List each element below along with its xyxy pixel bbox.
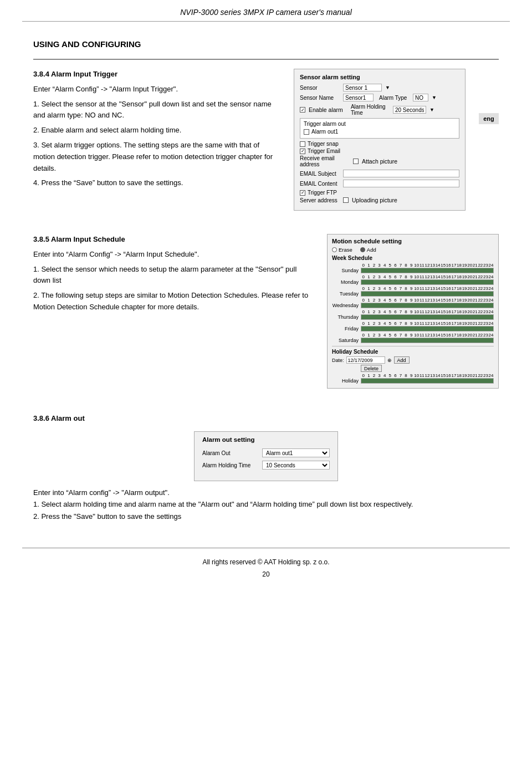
sensor-name-input[interactable]	[343, 94, 374, 101]
schedule-panel: Motion schedule setting Erase Add Week S…	[327, 234, 499, 389]
email-subject-input[interactable]	[343, 170, 459, 177]
schedule-setting-label: schedule setting	[354, 238, 402, 244]
alarm-out-select[interactable]: Alarm out1	[262, 448, 330, 457]
hour-numbers-2: 0 1 2 3 4 5 6 7 8 9 10 11 12 13 14 15 16	[361, 274, 494, 279]
bottom-text: Enter into “Alarm config” -> "Alarm outp…	[33, 487, 499, 522]
sensor-input[interactable]	[343, 84, 382, 91]
section-384-step0: Enter “Alarm Config” -> "Alarm Input Tri…	[33, 84, 280, 95]
trigger-email-label: Trigger Email	[308, 148, 340, 154]
uploading-picture-label: Uploading picture	[352, 197, 397, 203]
bottom-line1: Enter into “Alarm config” -> "Alarm outp…	[33, 487, 499, 498]
attach-picture-label: Attach picture	[362, 158, 397, 165]
sunday-bar[interactable]	[361, 268, 494, 273]
enable-alarm-label: Enable alarm	[309, 106, 343, 113]
holiday-bar[interactable]	[361, 378, 494, 384]
thursday-bar[interactable]	[361, 314, 494, 320]
server-address-label: Server address	[300, 197, 340, 203]
add-label: Add	[367, 247, 376, 253]
sensor-alarm-panel-title: Sensor alarm setting	[300, 74, 459, 80]
email-content-input[interactable]	[343, 180, 459, 187]
email-subject-row: EMAIL Subject	[300, 170, 459, 177]
holding-time-label: Alarm Holding Time	[202, 462, 258, 468]
enable-alarm-row: Enable alarm Alarm Holding Time ▼	[300, 104, 459, 116]
erase-label: Erase	[339, 247, 352, 253]
holiday-hour-numbers: 0123456789101112131415161718192021222324	[361, 373, 494, 378]
alarm-holding-label: Alarm Holding Time	[351, 104, 390, 116]
date-spinner[interactable]: ⊕	[387, 358, 392, 363]
day-sunday: Sunday	[332, 268, 494, 273]
uploading-picture-checkbox[interactable]	[343, 197, 349, 203]
saturday-bar[interactable]	[361, 338, 494, 343]
trigger-alarm-out-title: Trigger alarm out	[304, 121, 456, 127]
alarmout-panel-center: Alarm out setting Alaram Out Alarm out1 …	[33, 431, 499, 481]
receive-email-label: Receive email address	[300, 155, 350, 167]
page-number: 20	[0, 570, 532, 584]
thursday-label: Thursday	[332, 314, 361, 320]
monday-label: Monday	[332, 279, 361, 285]
holiday-date-row: Date: ⊕ Add	[332, 356, 494, 364]
schedule-panel-col: Motion schedule setting Erase Add Week S…	[327, 234, 499, 389]
add-radio[interactable]	[360, 247, 365, 252]
section-386-title: 3.8.6 Alarm out	[33, 414, 85, 422]
section-384-step4: 4. Press the “Save” button to save the s…	[33, 177, 280, 189]
hour-numbers-4: 0123456789101112131415161718192021222324	[361, 298, 494, 303]
erase-option[interactable]: Erase	[332, 247, 352, 253]
hour-numbers-3: 0123456789101112131415161718192021222324	[361, 286, 494, 291]
enable-alarm-checkbox[interactable]	[300, 107, 305, 113]
friday-bar[interactable]	[361, 326, 494, 331]
alarm-holding-input[interactable]	[393, 106, 426, 114]
section-divider	[33, 59, 499, 60]
wednesday-bar[interactable]	[361, 303, 494, 308]
week-schedule-title: Week Schedule	[332, 255, 494, 261]
main-section-title: USING AND CONFIGURING	[33, 39, 499, 49]
sensor-label: Sensor	[300, 85, 340, 91]
day-wednesday: Wednesday	[332, 303, 494, 308]
trigger-email-checkbox[interactable]	[300, 149, 305, 154]
tuesday-bar[interactable]	[361, 291, 494, 297]
date-input[interactable]	[346, 356, 385, 364]
email-content-row: EMAIL Content	[300, 180, 459, 187]
delete-holiday-button[interactable]: Delete	[361, 365, 382, 372]
section-384-step1: 1. Select the sensor at the "Sensor" pul…	[33, 99, 280, 122]
alarm-type-label: Alarm Type	[379, 95, 410, 101]
section-385-title: 3.8.5 Alarm Input Schedule	[33, 235, 125, 243]
section-384-content: 3.8.4 Alarm Input Trigger Enter “Alarm C…	[33, 69, 499, 221]
add-holiday-button[interactable]: Add	[394, 356, 410, 364]
section-384-title: 3.8.4 Alarm Input Trigger	[33, 70, 117, 78]
section-385-step1: 1. Select the sensor which needs to setu…	[33, 264, 314, 287]
motion-label: Motion	[332, 238, 352, 244]
add-option[interactable]: Add	[360, 247, 376, 253]
holding-time-select[interactable]: 10 Seconds	[262, 461, 330, 470]
section-385-step2: 2. The following setup steps are similar…	[33, 290, 314, 313]
hour-numbers-7: 0123456789101112131415161718192021222324	[361, 333, 494, 338]
alarm-out1-row: Alarm out1	[304, 129, 456, 135]
alarm-type-input[interactable]	[413, 94, 428, 101]
page-footer: All rights reserved © AAT Holding sp. z …	[22, 548, 510, 570]
alarmout-title: Alarm out setting	[202, 436, 330, 443]
trigger-snap-checkbox[interactable]	[300, 141, 305, 147]
tuesday-label: Tuesday	[332, 291, 361, 297]
trigger-ftp-checkbox[interactable]	[300, 190, 305, 196]
section-384-block: 3.8.4 Alarm Input Trigger Enter “Alarm C…	[33, 69, 499, 211]
trigger-alarm-out-section: Trigger alarm out Alarm out1	[300, 118, 459, 139]
alarm-out1-checkbox[interactable]	[304, 129, 309, 135]
sensor-name-row: Sensor Name Alarm Type ▼	[300, 94, 459, 101]
day-saturday: Saturday	[332, 338, 494, 343]
trigger-ftp-row: Trigger FTP	[300, 190, 459, 196]
section-385-block: 3.8.5 Alarm Input Schedule Enter into “A…	[33, 234, 499, 389]
erase-radio[interactable]	[332, 247, 337, 252]
section-386: 3.8.6 Alarm out Alarm out setting Alaram…	[33, 414, 499, 526]
sensor-row: Sensor ▼	[300, 84, 459, 91]
attach-picture-checkbox[interactable]	[353, 159, 359, 164]
sensor-alarm-panel: Sensor alarm setting Sensor ▼ Sensor Nam…	[294, 69, 466, 211]
section-385-text: 3.8.5 Alarm Input Schedule Enter into “A…	[33, 234, 314, 389]
sunday-label: Sunday	[332, 268, 361, 273]
email-content-label: EMAIL Content	[300, 181, 340, 187]
date-label: Date:	[332, 358, 344, 363]
receive-email-row: Receive email address Attach picture	[300, 155, 459, 167]
trigger-snap-label: Trigger snap	[308, 141, 339, 147]
trigger-email-row: Trigger Email	[300, 148, 459, 154]
monday-bar[interactable]	[361, 279, 494, 285]
alarmout-out-row: Alaram Out Alarm out1	[202, 448, 330, 457]
hour-numbers-5: 0123456789101112131415161718192021222324	[361, 309, 494, 314]
